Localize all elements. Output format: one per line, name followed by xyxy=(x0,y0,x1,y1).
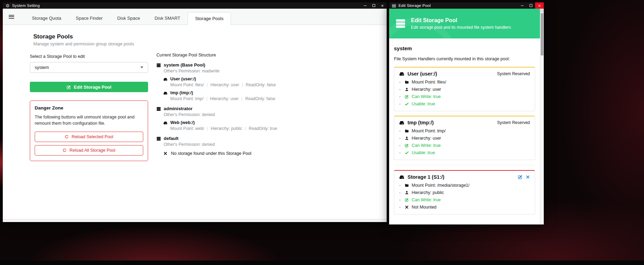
scroll-up-button[interactable] xyxy=(540,9,544,12)
edit-banner: Edit Storage Pool Edit storage pool and … xyxy=(389,9,540,38)
edit-handler-button[interactable] xyxy=(518,175,523,179)
separator xyxy=(207,83,207,87)
edit-window-main: Edit Storage Pool Edit storage pool and … xyxy=(389,9,540,224)
reload-selected-pool-button[interactable]: Reload Selected Pool xyxy=(35,132,143,142)
property-text: Usable: true xyxy=(412,101,435,106)
tab-bar: Storage Quota Space Finder Disk Space Di… xyxy=(3,9,387,25)
property-row: Usable: true xyxy=(399,101,530,106)
handler-name: User (user:/) xyxy=(407,71,437,77)
handler-details: Mount Point: files/Hierarchy: userReadOn… xyxy=(170,82,276,87)
separator xyxy=(207,127,208,131)
pool-group-system: system (Base Pool) Other's Permission: r… xyxy=(156,62,371,101)
property-row: Can Write: true xyxy=(399,197,530,202)
property-text: Can Write: true xyxy=(412,94,441,99)
property-text: Mount Point: tmp/ xyxy=(412,129,446,133)
section-divider xyxy=(394,165,535,165)
property-text: Mount Point: files/ xyxy=(412,80,446,85)
pool-row: administrator Other's Permission: denied xyxy=(156,106,371,117)
user-icon xyxy=(405,136,409,140)
readonly: ReadOnly: true xyxy=(249,126,277,131)
minimize-icon xyxy=(521,6,524,6)
maximize-button[interactable] xyxy=(369,2,378,9)
reload-all-pool-button[interactable]: Reload All Storage Pool xyxy=(35,145,143,156)
minimize-button[interactable] xyxy=(361,2,369,9)
property-row: Hierarchy: user xyxy=(399,87,530,92)
x-icon xyxy=(526,175,530,179)
maximize-icon xyxy=(530,4,532,7)
property-row: Hierarchy: public xyxy=(399,190,530,195)
handler-name: tmp (tmp:/) xyxy=(170,90,275,95)
storage-pool-icon xyxy=(395,18,406,29)
main-titlebar[interactable]: ⚙ System Setting × xyxy=(3,2,387,9)
server-icon xyxy=(156,107,161,111)
empty-pool-message: No storage found under this Storage Pool xyxy=(171,151,251,156)
mount-point: Mount Point: tmp/ xyxy=(170,96,204,101)
property-text: Hierarchy: user xyxy=(412,87,441,92)
tab-storage-pools[interactable]: Storage Pools xyxy=(188,12,231,25)
danger-zone-description: The following buttons will unmount stora… xyxy=(35,114,143,126)
handler-name: Web (web:/) xyxy=(170,120,277,125)
structure-title: Current Storage Pool Structure xyxy=(156,53,371,58)
check-icon xyxy=(405,102,409,106)
separator xyxy=(242,97,242,101)
empty-pool-row: No storage found under this Storage Pool xyxy=(163,151,371,156)
tab-disk-smart[interactable]: Disk SMART xyxy=(147,12,188,25)
edit-icon xyxy=(405,95,409,99)
handler-details: Mount Point: tmp/Hierarchy: userReadOnly… xyxy=(170,96,275,101)
property-text: Can Write: true xyxy=(412,197,441,202)
main-window-title: System Setting xyxy=(12,3,40,8)
banner-subtitle: Edit storage pool and its mounted file s… xyxy=(411,25,511,30)
storage-pool-select[interactable]: system xyxy=(30,62,148,73)
card-actions xyxy=(518,175,530,179)
check-icon xyxy=(405,151,409,155)
hierarchy: Hierarchy: public xyxy=(211,126,242,131)
pool-name: administrator xyxy=(164,106,215,111)
tab-space-finder[interactable]: Space Finder xyxy=(69,12,110,25)
danger-zone-title: Danger Zone xyxy=(35,105,143,111)
pool-row: default Other's Permission: denied xyxy=(156,136,371,147)
tab-storage-quota[interactable]: Storage Quota xyxy=(25,12,69,25)
mount-point: Mount Point: files/ xyxy=(170,82,204,87)
desktop-bottom-bar xyxy=(0,260,644,265)
separator xyxy=(242,83,243,87)
card-header: Storage 1 (S1:/) xyxy=(399,174,530,180)
maximize-button[interactable] xyxy=(526,2,535,9)
card-header: User (user:/) System Reserved xyxy=(399,71,530,77)
property-text: Not Mounted xyxy=(412,205,437,210)
close-button[interactable]: × xyxy=(378,2,387,9)
scrollbar[interactable] xyxy=(540,9,544,224)
x-icon xyxy=(405,205,409,209)
user-icon xyxy=(405,191,409,195)
remove-handler-button[interactable] xyxy=(526,175,530,179)
selected-pool-value: system xyxy=(35,65,49,70)
separator xyxy=(207,97,207,101)
select-pool-label: Select a Storage Pool to edit xyxy=(30,54,148,59)
pool-name: default xyxy=(164,136,215,141)
property-row: Not Mounted xyxy=(399,205,530,210)
close-icon: × xyxy=(538,3,541,8)
handler-cards: User (user:/) System Reserved Mount Poin… xyxy=(394,67,535,214)
scrollbar-thumb[interactable] xyxy=(541,13,543,55)
readonly: ReadOnly: false xyxy=(245,96,275,101)
edit-titlebar[interactable]: Edit Storage Pool × xyxy=(389,2,544,9)
property-row: Hierarchy: user xyxy=(399,136,530,141)
server-icon xyxy=(156,63,161,68)
pool-permission: Other's Permission: denied xyxy=(164,112,215,117)
main-content: Storage Pools Manage system and permissi… xyxy=(3,25,387,222)
minimize-button[interactable] xyxy=(518,2,526,9)
page-subtitle: Manage system and permission group stora… xyxy=(33,42,148,46)
handler-card-storage1: Storage 1 (S1:/) xyxy=(394,170,535,214)
property-text: Hierarchy: public xyxy=(412,190,444,195)
hdd-icon xyxy=(163,121,168,125)
window-controls: × xyxy=(361,2,387,9)
pool-name: system (Base Pool) xyxy=(164,62,220,68)
fs-handler-row: Web (web:/) Mount Point: web/Hierarchy: … xyxy=(163,120,371,131)
window-controls: × xyxy=(518,2,544,9)
edit-storage-pool-button[interactable]: Edit Storage Pool xyxy=(30,82,148,92)
edit-content: system File System Handlers currently mo… xyxy=(389,38,540,224)
hdd-icon xyxy=(399,71,404,77)
handler-properties: Mount Point: /media/storage1/ Hierarchy:… xyxy=(399,183,530,210)
close-button[interactable]: × xyxy=(535,2,544,9)
menu-icon[interactable] xyxy=(9,15,14,19)
tab-disk-space[interactable]: Disk Space xyxy=(110,12,147,25)
